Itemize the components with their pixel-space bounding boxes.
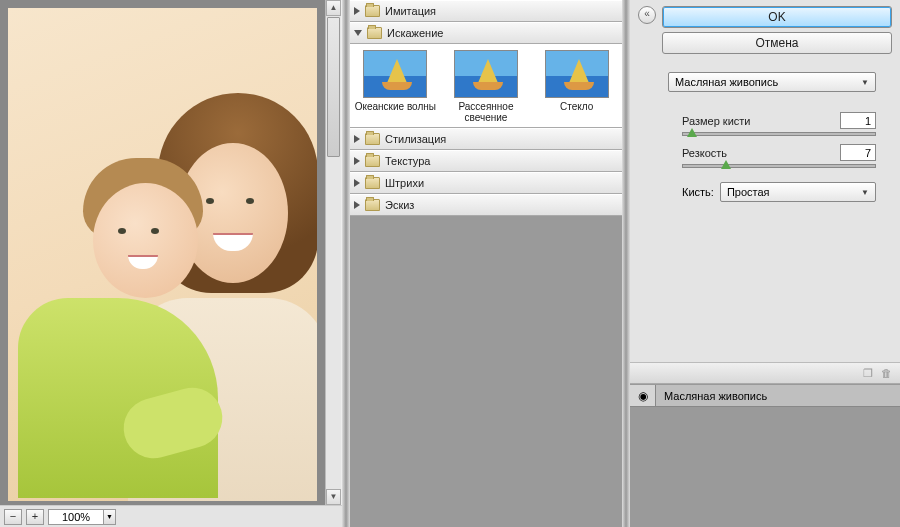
preview-vertical-scrollbar[interactable]: ▲ ▼ [325, 0, 341, 505]
brush-size-label: Размер кисти [682, 115, 751, 127]
preview-canvas[interactable]: ▲ ▼ [0, 0, 342, 505]
filter-group-distortion[interactable]: Искажение [350, 22, 622, 44]
brush-type-select[interactable]: Простая ▼ [720, 182, 876, 202]
brush-type-value: Простая [727, 186, 770, 198]
expand-icon [354, 135, 360, 143]
new-effect-layer-button[interactable]: ❐ [863, 367, 873, 380]
scroll-down-button[interactable]: ▼ [326, 489, 341, 505]
chevron-down-icon: ▼ [861, 188, 869, 197]
folder-icon [365, 199, 380, 211]
filter-group-label: Штрихи [385, 177, 424, 189]
expand-icon [354, 201, 360, 209]
filter-label: Океанские волны [354, 101, 436, 123]
filter-group-label: Имитация [385, 5, 436, 17]
panel-divider[interactable] [342, 0, 350, 527]
sharpness-slider[interactable] [682, 164, 876, 168]
filter-label: Стекло [536, 101, 618, 123]
filter-diffuse-glow[interactable]: Рассеянное свечение [445, 50, 527, 123]
filter-group-label: Текстура [385, 155, 430, 167]
brush-type-label: Кисть: [682, 186, 714, 198]
filter-group-stylize[interactable]: Стилизация [350, 128, 622, 150]
collapse-settings-button[interactable]: « [638, 6, 656, 24]
zoom-dropdown-button[interactable]: ▼ [104, 509, 116, 525]
brush-size-input[interactable] [840, 112, 876, 129]
filter-ocean-waves[interactable]: Океанские волны [354, 50, 436, 123]
sharpness-input[interactable] [840, 144, 876, 161]
filter-thumbnail-icon [545, 50, 609, 98]
expand-icon [354, 7, 360, 15]
slider-handle[interactable] [721, 160, 731, 169]
slider-handle[interactable] [687, 128, 697, 137]
ok-button[interactable]: OK [662, 6, 892, 28]
filter-group-texture[interactable]: Текстура [350, 150, 622, 172]
filter-group-label: Искажение [387, 27, 443, 39]
effect-layer-row[interactable]: ◉ Масляная живопись [630, 385, 900, 407]
filter-thumbnail-icon [363, 50, 427, 98]
folder-icon [367, 27, 382, 39]
zoom-level-field[interactable]: 100% [48, 509, 104, 525]
collapse-icon [354, 30, 362, 36]
filter-group-label: Стилизация [385, 133, 446, 145]
filter-group-imitation[interactable]: Имитация [350, 0, 622, 22]
effect-layer-list: ◉ Масляная живопись [630, 384, 900, 527]
folder-icon [365, 5, 380, 17]
preview-image [8, 8, 317, 501]
sharpness-label: Резкость [682, 147, 727, 159]
filter-select[interactable]: Масляная живопись ▼ [668, 72, 876, 92]
filter-thumbnails: Океанские волны Рассеянное свечение Стек… [350, 44, 622, 128]
effect-layer-empty-area [630, 407, 900, 527]
effect-layer-name: Масляная живопись [656, 390, 767, 402]
delete-effect-layer-button[interactable]: 🗑 [881, 367, 892, 379]
expand-icon [354, 179, 360, 187]
filter-group-label: Эскиз [385, 199, 414, 211]
preview-statusbar: − + 100% ▼ [0, 505, 342, 527]
folder-icon [365, 155, 380, 167]
visibility-toggle[interactable]: ◉ [630, 385, 656, 406]
zoom-out-button[interactable]: − [4, 509, 22, 525]
chevron-down-icon: ▼ [861, 78, 869, 87]
filter-label: Рассеянное свечение [445, 101, 527, 123]
filter-thumbnail-icon [454, 50, 518, 98]
settings-panel: « OK Отмена Масляная живопись ▼ Размер к… [630, 0, 900, 527]
cancel-button[interactable]: Отмена [662, 32, 892, 54]
brush-size-slider[interactable] [682, 132, 876, 136]
effect-layer-toolbar: ❐ 🗑 [630, 362, 900, 384]
filter-select-value: Масляная живопись [675, 76, 778, 88]
panel-divider[interactable] [622, 0, 630, 527]
folder-icon [365, 133, 380, 145]
filter-group-sketch[interactable]: Эскиз [350, 194, 622, 216]
filter-glass[interactable]: Стекло [536, 50, 618, 123]
filter-gallery-panel: Имитация Искажение Океанские волны Рассе… [350, 0, 622, 527]
preview-panel: ▲ ▼ − + 100% ▼ [0, 0, 342, 527]
folder-icon [365, 177, 380, 189]
scroll-up-button[interactable]: ▲ [326, 0, 341, 16]
filter-group-strokes[interactable]: Штрихи [350, 172, 622, 194]
expand-icon [354, 157, 360, 165]
zoom-in-button[interactable]: + [26, 509, 44, 525]
scroll-thumb[interactable] [327, 17, 340, 157]
